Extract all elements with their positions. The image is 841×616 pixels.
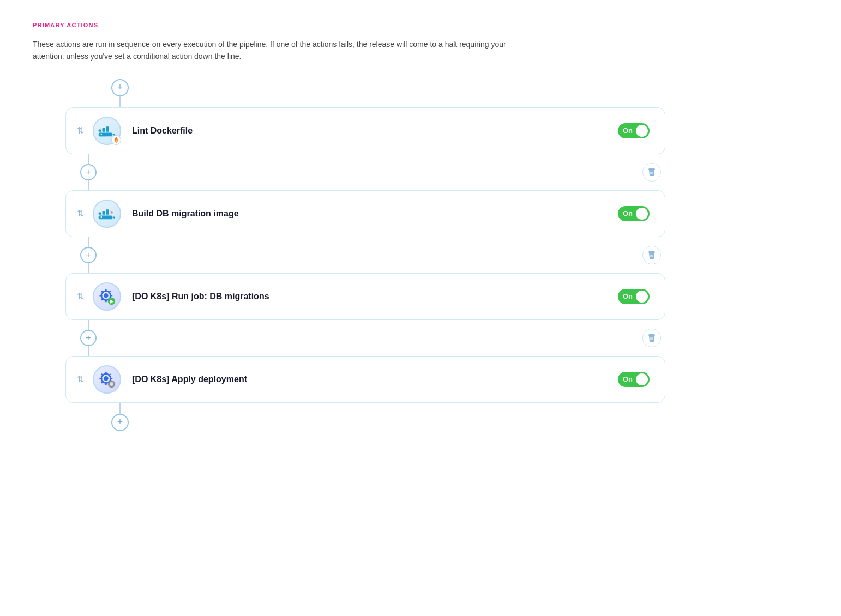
toggle-knob-lint-dockerfile (636, 125, 648, 137)
toggle-label-k8s-apply-deployment: On (620, 375, 633, 383)
connector-line-1a (88, 154, 89, 164)
connector-line-3a (88, 320, 89, 330)
svg-rect-2 (106, 126, 109, 131)
between-right-3 (111, 329, 665, 347)
drag-handle-build-db-migration[interactable]: ⇅ (77, 208, 84, 219)
toggle-knob-build-db-migration (636, 208, 648, 220)
toggle-build-db-migration[interactable]: On (618, 206, 650, 221)
delete-button-3[interactable] (642, 329, 661, 347)
add-button-top[interactable]: + (111, 79, 129, 96)
between-row-3: + (65, 320, 665, 356)
svg-point-21 (104, 293, 109, 298)
section-title: PRIMARY ACTIONS (33, 22, 808, 28)
toggle-lint-dockerfile[interactable]: On (618, 123, 650, 138)
action-name-lint-dockerfile: Lint Dockerfile (132, 126, 618, 136)
between-right-2 (111, 246, 665, 264)
svg-rect-16 (651, 251, 653, 252)
section-description: These actions are run in sequence on eve… (33, 38, 524, 63)
action-row-lint-dockerfile: ⇅ (65, 107, 665, 154)
add-button-between-2[interactable]: + (80, 247, 97, 263)
toggle-knob-k8s-apply-deployment (636, 373, 648, 385)
toggle-label-lint-dockerfile: On (620, 126, 633, 135)
svg-point-37 (104, 376, 109, 381)
pipeline-container: + ⇅ (33, 79, 808, 431)
between-row-2: + (65, 237, 665, 273)
between-left-3: + (65, 320, 111, 356)
action-icon-k8s-run-job (93, 282, 121, 311)
svg-rect-10 (99, 212, 101, 214)
toggle-container-k8s-apply-deployment: On (618, 372, 650, 387)
action-icon-k8s-apply-deployment (93, 365, 121, 394)
connector-line-1b (88, 180, 89, 190)
toggle-k8s-run-job[interactable]: On (618, 289, 650, 304)
action-name-k8s-apply-deployment: [DO K8s] Apply deployment (132, 375, 618, 384)
docker-build-svg (98, 206, 116, 222)
toggle-label-build-db-migration: On (620, 209, 633, 218)
action-row-build-db-migration: ⇅ Build DB migration image On (65, 190, 665, 237)
toggle-container-build-db-migration: On (618, 206, 650, 221)
svg-rect-12 (106, 209, 109, 214)
svg-rect-11 (103, 211, 105, 215)
toggle-container-lint-dockerfile: On (618, 123, 650, 138)
add-button-between-1[interactable]: + (80, 164, 97, 180)
delete-button-1[interactable] (642, 163, 661, 182)
toggle-label-k8s-run-job: On (620, 292, 633, 300)
svg-point-4 (101, 133, 103, 135)
top-add-container: + (111, 79, 129, 107)
add-button-bottom[interactable]: + (111, 414, 129, 431)
svg-rect-32 (651, 334, 653, 335)
toggle-container-k8s-run-job: On (618, 289, 650, 304)
connector-line-2b (88, 263, 89, 273)
action-name-build-db-migration: Build DB migration image (132, 209, 618, 219)
drag-handle-k8s-apply-deployment[interactable]: ⇅ (77, 374, 84, 384)
action-row-k8s-apply-deployment: ⇅ (65, 356, 665, 403)
svg-point-14 (101, 216, 103, 218)
svg-rect-3 (99, 132, 113, 136)
connector-line-2a (88, 237, 89, 247)
svg-point-47 (110, 382, 113, 386)
between-left-1: + (65, 154, 111, 190)
primary-actions-section: PRIMARY ACTIONS These actions are run in… (33, 22, 808, 431)
k8s-deploy-svg (98, 370, 116, 389)
drag-handle-lint-dockerfile[interactable]: ⇅ (77, 125, 84, 136)
delete-button-2[interactable] (642, 246, 661, 264)
svg-rect-1 (103, 128, 105, 132)
connector-line-3b (88, 346, 89, 356)
add-button-between-3[interactable]: + (80, 330, 97, 346)
docker-lint-badge (111, 135, 121, 145)
connector-line-bottom (119, 403, 121, 414)
action-icon-lint-dockerfile (93, 117, 121, 145)
drag-handle-k8s-run-job[interactable]: ⇅ (77, 291, 84, 301)
toggle-k8s-apply-deployment[interactable]: On (618, 372, 650, 387)
svg-rect-6 (651, 168, 653, 169)
bottom-add-container: + (111, 403, 129, 431)
connector-line-top (119, 96, 121, 107)
action-row-k8s-run-job: ⇅ (65, 273, 665, 320)
between-right-1 (111, 163, 665, 182)
action-icon-build-db-migration (93, 200, 121, 228)
between-left-2: + (65, 237, 111, 273)
toggle-knob-k8s-run-job (636, 291, 648, 303)
between-row-1: + (65, 154, 665, 190)
svg-rect-0 (99, 129, 101, 131)
action-name-k8s-run-job: [DO K8s] Run job: DB migrations (132, 292, 618, 301)
k8s-run-svg (98, 287, 116, 306)
svg-rect-13 (99, 215, 113, 219)
